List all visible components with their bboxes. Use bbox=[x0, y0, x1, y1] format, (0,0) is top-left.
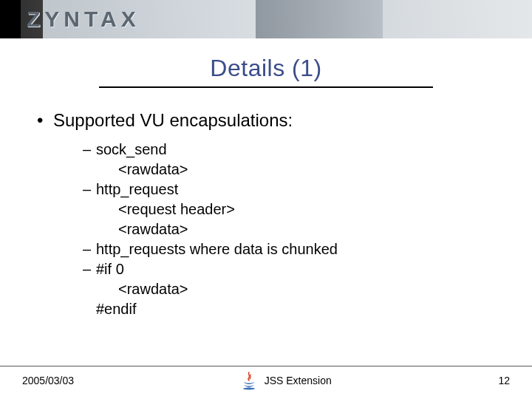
svg-point-0 bbox=[243, 388, 255, 390]
title-wrap: Details (1) bbox=[0, 55, 532, 88]
item-line: <request header> bbox=[83, 200, 495, 219]
list-item: http_requests where data is chunked bbox=[83, 239, 495, 259]
item-line: <rawdata> bbox=[83, 279, 495, 299]
list-item: #if 0 bbox=[83, 259, 495, 279]
item-line: <rawdata> bbox=[83, 219, 495, 239]
list-item: sock_send bbox=[83, 140, 495, 160]
banner: ZYNTAX bbox=[0, 0, 532, 38]
java-icon bbox=[241, 371, 257, 390]
item-head: sock_send bbox=[96, 141, 167, 157]
item-head: http_requests where data is chunked bbox=[96, 241, 338, 257]
banner-logo: ZYNTAX bbox=[27, 7, 140, 32]
footer-center: JSS Extension bbox=[74, 371, 498, 390]
content: Supported VU encapsulations: sock_send <… bbox=[0, 88, 532, 319]
list-item: http_request bbox=[83, 180, 495, 200]
bullet-main: Supported VU encapsulations: bbox=[37, 110, 495, 131]
sub-list: sock_send <rawdata> http_request <reques… bbox=[37, 140, 495, 319]
item-line: <rawdata> bbox=[83, 160, 495, 180]
item-head: http_request bbox=[96, 181, 178, 197]
footer-page: 12 bbox=[498, 375, 510, 386]
item-head: #if 0 bbox=[96, 261, 124, 277]
footer-date: 2005/03/03 bbox=[22, 375, 74, 386]
page-title: Details (1) bbox=[99, 55, 432, 88]
footer: 2005/03/03 JSS Extension 12 bbox=[0, 366, 532, 390]
item-tail: #endif bbox=[83, 299, 495, 319]
footer-label: JSS Extension bbox=[265, 375, 332, 386]
